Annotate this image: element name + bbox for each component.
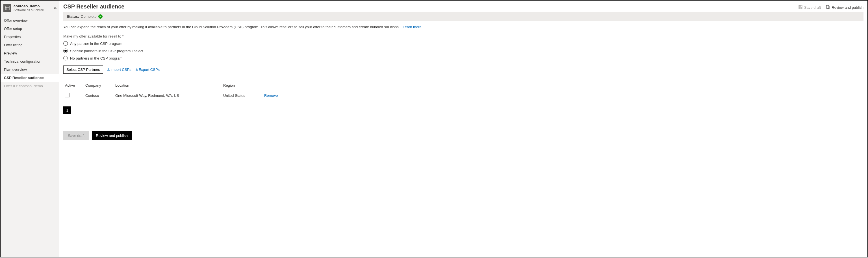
cell-company: Contoso (84, 90, 114, 101)
partners-table: Active Company Location Region Contoso O… (63, 81, 288, 101)
learn-more-link[interactable]: Learn more (403, 25, 421, 29)
sidebar: contoso_demo Software as a Service Offer… (1, 1, 59, 257)
publish-icon (826, 5, 830, 10)
review-publish-top-button[interactable]: Review and publish (826, 5, 864, 10)
sidebar-nav: Offer overview Offer setup Properties Of… (1, 17, 59, 90)
resell-field-label: Make my offer available for resell to * (63, 34, 864, 38)
cell-location: One Microsoft Way, Redmond, WA, US (114, 90, 221, 101)
status-value: Complete (81, 14, 97, 19)
th-location: Location (114, 81, 221, 90)
offer-name: contoso_demo (13, 4, 44, 8)
status-label: Status: (67, 14, 79, 19)
offer-type: Software as a Service (13, 8, 44, 12)
th-active: Active (63, 81, 84, 90)
footer-actions: Save draft Review and publish (63, 131, 864, 140)
sidebar-item-technical-configuration[interactable]: Technical configuration (1, 57, 59, 65)
sidebar-item-preview[interactable]: Preview (1, 49, 59, 57)
svg-rect-5 (799, 7, 802, 9)
table-header-row: Active Company Location Region (63, 81, 288, 90)
row-remove-link[interactable]: Remove (264, 93, 278, 98)
status-complete-icon (98, 14, 102, 19)
radio-specific-partners[interactable]: Specific partners in the CSP program I s… (63, 49, 864, 53)
save-draft-top-label: Save draft (804, 5, 821, 9)
description-block: You can expand the reach of your offer b… (63, 25, 864, 29)
partner-action-row: Select CSP Partners Import CSPs Export C… (63, 65, 864, 74)
export-csps-link[interactable]: Export CSPs (135, 67, 160, 72)
th-company: Company (84, 81, 114, 90)
resell-radio-group: Any partner in the CSP program Specific … (63, 41, 864, 60)
save-draft-top-button[interactable]: Save draft (799, 5, 821, 10)
pager-page-1[interactable]: 1 (63, 106, 71, 114)
review-publish-top-label: Review and publish (832, 5, 864, 9)
sidebar-item-csp-reseller-audience[interactable]: CSP Reseller audience (1, 74, 59, 82)
th-region: Region (221, 81, 262, 90)
app-root: contoso_demo Software as a Service Offer… (0, 0, 868, 257)
page-title: CSP Reseller audience (63, 3, 124, 10)
main-content: CSP Reseller audience Save draft Review … (59, 1, 867, 257)
status-bar: Status: Complete (63, 12, 864, 21)
review-publish-button[interactable]: Review and publish (92, 131, 132, 140)
export-csps-label: Export CSPs (139, 67, 160, 72)
save-draft-button[interactable]: Save draft (63, 131, 89, 140)
th-remove (262, 81, 288, 90)
import-csps-link[interactable]: Import CSPs (107, 67, 131, 72)
app-logo-icon (3, 4, 11, 12)
sidebar-item-offer-listing[interactable]: Offer listing (1, 41, 59, 49)
radio-any-label: Any partner in the CSP program (70, 41, 122, 46)
select-csp-partners-button[interactable]: Select CSP Partners (63, 65, 103, 74)
sidebar-header: contoso_demo Software as a Service (1, 2, 59, 15)
svg-rect-4 (799, 5, 801, 6)
radio-specific-label: Specific partners in the CSP program I s… (70, 49, 143, 53)
radio-icon (63, 41, 68, 46)
svg-rect-0 (5, 6, 9, 10)
radio-no-partners[interactable]: No partners in the CSP program (63, 56, 864, 60)
radio-any-partner[interactable]: Any partner in the CSP program (63, 41, 864, 46)
save-icon (799, 5, 802, 10)
swap-icon[interactable] (53, 6, 57, 10)
sidebar-item-plan-overview[interactable]: Plan overview (1, 65, 59, 74)
sidebar-title-block: contoso_demo Software as a Service (13, 4, 44, 12)
table-row: Contoso One Microsoft Way, Redmond, WA, … (63, 90, 288, 101)
radio-icon (63, 56, 68, 60)
download-arrow-icon (135, 67, 138, 72)
sidebar-item-properties[interactable]: Properties (1, 33, 59, 41)
sidebar-item-offer-overview[interactable]: Offer overview (1, 17, 59, 25)
top-actions: Save draft Review and publish (799, 5, 864, 10)
import-csps-label: Import CSPs (111, 67, 131, 72)
top-row: CSP Reseller audience Save draft Review … (63, 3, 864, 12)
sidebar-item-offer-setup[interactable]: Offer setup (1, 25, 59, 33)
pager: 1 (63, 106, 864, 114)
row-active-checkbox[interactable] (65, 93, 69, 97)
radio-none-label: No partners in the CSP program (70, 56, 122, 60)
radio-icon-selected (63, 49, 68, 53)
description-text: You can expand the reach of your offer b… (63, 25, 400, 29)
upload-arrow-icon (107, 67, 110, 72)
offer-id-label: Offer ID: contoso_demo (1, 82, 59, 90)
cell-region: United States (221, 90, 262, 101)
